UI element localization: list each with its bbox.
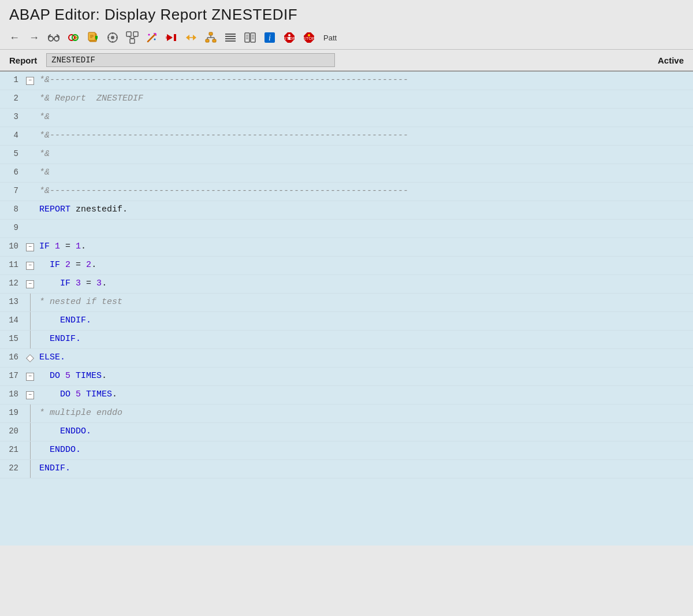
fold-line [30, 405, 31, 422]
fold-collapse-button[interactable]: − [26, 77, 34, 85]
svg-point-58 [308, 34, 310, 36]
fold-collapse-button[interactable]: − [26, 280, 34, 288]
line-number: 2 [0, 90, 23, 108]
line-number: 8 [0, 201, 23, 219]
line-number: 7 [0, 183, 23, 201]
table-row: 8REPORT znestedif. [0, 201, 693, 220]
svg-point-24 [154, 39, 156, 40]
svg-rect-17 [130, 39, 135, 43]
list-lines-icon[interactable] [222, 29, 239, 46]
report-bar: Report Active [0, 50, 693, 72]
glasses-icon[interactable] [45, 29, 62, 46]
hierarchy-icon[interactable] [202, 29, 219, 46]
split-icon[interactable] [182, 29, 200, 46]
svg-point-1 [54, 36, 59, 41]
table-row: 18− DO 5 TIMES. [0, 386, 693, 405]
book-icon[interactable] [241, 29, 259, 46]
line-number: 10 [0, 238, 23, 256]
code-content: IF 3 = 3. [37, 275, 693, 293]
code-content: * multiple enddo [37, 405, 693, 422]
table-row: 20 ENDDO. [0, 423, 693, 441]
code-content: DO 5 TIMES. [37, 386, 693, 404]
code-content: DO 5 TIMES. [37, 368, 693, 385]
table-row: 16ELSE. [0, 349, 693, 368]
fold-collapse-button[interactable]: − [26, 373, 34, 381]
line-number: 13 [0, 294, 23, 311]
line-number: 17 [0, 368, 23, 385]
code-content: *& [37, 164, 693, 182]
svg-point-23 [148, 34, 150, 36]
code-content: ENDDO. [37, 441, 693, 459]
table-row: 4*&-------------------------------------… [0, 127, 693, 146]
code-content: IF 2 = 2. [37, 257, 693, 274]
code-content: ENDIF. [37, 312, 693, 330]
fold-line [30, 331, 31, 348]
structure-icon[interactable] [124, 29, 141, 46]
line-number: 22 [0, 460, 23, 478]
line-number: 19 [0, 405, 23, 422]
code-content: *&--------------------------------------… [37, 183, 693, 201]
table-row: 11− IF 2 = 2. [0, 257, 693, 275]
table-row: 9 [0, 220, 693, 238]
code-content: ENDDO. [37, 423, 693, 441]
table-row: 14 ENDIF. [0, 312, 693, 331]
svg-text:STOP: STOP [303, 36, 315, 41]
target-icon[interactable] [104, 29, 121, 46]
code-content: IF 1 = 1. [37, 238, 693, 256]
line-number: 6 [0, 164, 23, 182]
svg-line-20 [148, 35, 155, 42]
fold-line [30, 127, 31, 145]
code-content: ELSE. [37, 349, 693, 367]
line-number: 11 [0, 257, 23, 274]
fold-collapse-button[interactable]: − [26, 243, 34, 251]
svg-rect-8 [95, 36, 98, 38]
fold-collapse-button[interactable]: − [26, 391, 34, 399]
fold-line [30, 183, 31, 201]
info-icon[interactable]: i [261, 29, 278, 46]
table-row: 6*& [0, 164, 693, 183]
fold-line [30, 220, 31, 238]
code-content: REPORT znestedif. [37, 201, 693, 219]
pattern-label: Patt [323, 34, 337, 42]
code-content: ENDIF. [37, 331, 693, 348]
table-row: 3*& [0, 109, 693, 127]
code-content [37, 220, 693, 238]
line-number: 15 [0, 331, 23, 348]
active-status: Active [658, 55, 684, 65]
line-number: 4 [0, 127, 23, 145]
table-row: 17− DO 5 TIMES. [0, 368, 693, 386]
svg-point-10 [111, 36, 114, 39]
wand-icon[interactable] [143, 29, 161, 46]
report-label: Report [9, 55, 37, 65]
table-row: 21 ENDDO. [0, 441, 693, 460]
stop1-icon[interactable]: STOP [281, 29, 298, 46]
line-number: 1 [0, 72, 23, 90]
svg-rect-27 [166, 36, 172, 39]
line-number: 16 [0, 349, 23, 367]
table-row: 15 ENDIF. [0, 331, 693, 349]
title-bar: ABAP Editor: Display Report ZNESTEDIF [0, 0, 693, 27]
code-content: *& Report ZNESTEDIF [37, 90, 693, 108]
report-input[interactable] [46, 53, 335, 67]
fold-line [30, 460, 31, 478]
refresh-icon[interactable] [65, 29, 82, 46]
svg-rect-43 [251, 33, 255, 42]
fold-collapse-button[interactable]: − [26, 262, 34, 270]
stop2-icon[interactable]: STOP [300, 29, 318, 46]
fold-diamond-button[interactable] [26, 354, 34, 362]
toolbar: ← → [0, 27, 693, 50]
svg-point-54 [288, 34, 290, 36]
line-number: 5 [0, 146, 23, 164]
fold-line [30, 90, 31, 108]
nav-skip-icon[interactable] [163, 29, 180, 46]
fold-line [30, 146, 31, 164]
line-number: 21 [0, 441, 23, 459]
forward-button[interactable]: → [25, 29, 43, 46]
fold-line [30, 423, 31, 441]
copy-icon[interactable] [84, 29, 102, 46]
line-number: 12 [0, 275, 23, 293]
svg-marker-28 [186, 35, 189, 40]
back-button[interactable]: ← [6, 29, 23, 46]
line-number: 18 [0, 386, 23, 404]
code-content: *& [37, 146, 693, 164]
